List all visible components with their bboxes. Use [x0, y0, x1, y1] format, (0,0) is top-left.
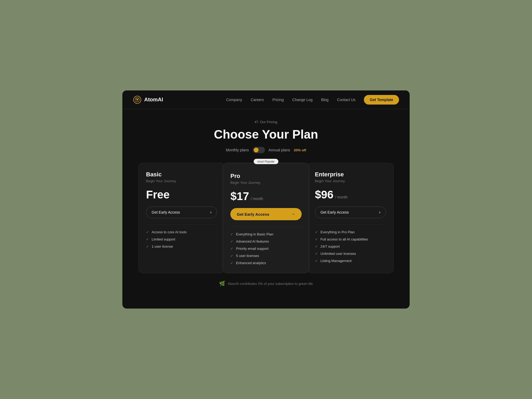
section-label-text: Our Pricing [260, 120, 277, 124]
billing-toggle-row: Monthly plans Annual plans 20% off [226, 147, 306, 153]
pro-feature-2: ✓ Advanced AI features [230, 239, 301, 243]
enterprise-plan-subtitle: Begin Your Journey [315, 179, 386, 183]
pro-feature-1: ✓ Everything in Basic Plan [230, 232, 301, 236]
nav-contact[interactable]: Contact Us [337, 98, 355, 102]
pricing-title: Choose Your Plan [214, 127, 318, 142]
pro-feature-4: ✓ 5 user licenses [230, 254, 301, 258]
check-icon: ✓ [315, 252, 318, 256]
check-icon: ✓ [315, 259, 318, 263]
check-icon: ✓ [146, 244, 149, 248]
pro-feature-3: ✓ Priority email support [230, 247, 301, 251]
check-icon: ✓ [146, 237, 149, 241]
logo-area: AtomAI [133, 95, 163, 104]
basic-plan-name: Basic [146, 171, 217, 178]
basic-feature-2: ✓ Limited support [146, 237, 217, 241]
pro-plan-name: Pro [230, 173, 301, 180]
app-window: AtomAI Company Careers Pricing Change Lo… [122, 90, 410, 309]
check-icon: ✓ [230, 247, 233, 251]
nav-blog[interactable]: Blog [321, 98, 329, 102]
check-icon: ✓ [315, 244, 318, 248]
footer-note: 🌿 AtomAI contributes 2% of your subscrip… [219, 281, 313, 286]
basic-price-amount: Free [146, 188, 170, 201]
get-template-button[interactable]: Get Template [364, 95, 399, 105]
check-icon: ✓ [230, 261, 233, 265]
nav-company[interactable]: Company [226, 98, 242, 102]
billing-toggle[interactable] [253, 147, 265, 153]
pricing-cards: Basic Begin Your Journey Free Get Early … [138, 163, 394, 273]
enterprise-feature-5: ✓ Listing Management [315, 259, 386, 263]
logo-text: AtomAI [144, 97, 163, 103]
enterprise-feature-2: ✓ Full access to all AI capabilities [315, 237, 386, 241]
basic-price: Free [146, 188, 217, 201]
pro-price: $17 / month [230, 190, 301, 203]
enterprise-cta-button[interactable]: Get Early Access › [315, 206, 386, 218]
pro-features: ✓ Everything in Basic Plan ✓ Advanced AI… [230, 232, 301, 265]
most-popular-badge: most Popular [254, 159, 279, 164]
check-icon: ✓ [230, 254, 233, 258]
pro-plan-subtitle: Begin Your Journey [230, 181, 301, 185]
pricing-label: 🏷 Our Pricing [255, 120, 277, 124]
monthly-label: Monthly plans [226, 148, 249, 152]
enterprise-features: ✓ Everything in Pro Plan ✓ Full access t… [315, 230, 386, 263]
basic-features: ✓ Access to core AI tools ✓ Limited supp… [146, 230, 217, 248]
basic-feature-1: ✓ Access to core AI tools [146, 230, 217, 234]
pro-divider [230, 227, 301, 227]
check-icon: ✓ [315, 237, 318, 241]
nav-changelog[interactable]: Change Log [292, 98, 313, 102]
check-icon: ✓ [230, 239, 233, 243]
pro-plan-card: most Popular Pro Begin Your Journey $17 … [223, 163, 309, 273]
basic-plan-subtitle: Begin Your Journey [146, 179, 217, 183]
pro-price-amount: $17 [230, 190, 249, 203]
basic-cta-button[interactable]: Get Early Access › [146, 206, 217, 218]
logo-icon [133, 95, 142, 104]
pro-feature-5: ✓ Enhanced analytics [230, 261, 301, 265]
basic-plan-card: Basic Begin Your Journey Free Get Early … [138, 163, 225, 273]
discount-badge: 20% off [294, 148, 306, 152]
basic-feature-3: ✓ 1 user license [146, 244, 217, 248]
nav-careers[interactable]: Careers [251, 98, 264, 102]
enterprise-feature-1: ✓ Everything in Pro Plan [315, 230, 386, 234]
check-icon: ✓ [146, 230, 149, 234]
tag-icon: 🏷 [255, 120, 258, 124]
basic-divider [146, 225, 217, 225]
navbar: AtomAI Company Careers Pricing Change Lo… [122, 90, 410, 109]
toggle-knob [254, 148, 259, 152]
enterprise-plan-card: Enterprise Begin Your Journey $96 / mont… [307, 163, 394, 273]
leaf-icon: 🌿 [219, 281, 225, 286]
pro-cta-arrow: → [291, 212, 295, 217]
pro-cta-button[interactable]: Get Early Access → [230, 208, 301, 220]
enterprise-divider [315, 225, 386, 225]
enterprise-cta-arrow: › [379, 210, 380, 215]
enterprise-price-period: / month [335, 195, 348, 199]
enterprise-plan-name: Enterprise [315, 171, 386, 178]
nav-links: Company Careers Pricing Change Log Blog … [226, 95, 399, 105]
enterprise-price: $96 / month [315, 188, 386, 201]
enterprise-feature-4: ✓ Unlimited user licenses [315, 252, 386, 256]
check-icon: ✓ [315, 230, 318, 234]
footer-note-text: AtomAI contributes 2% of your subscripti… [228, 282, 313, 286]
nav-pricing[interactable]: Pricing [272, 98, 284, 102]
basic-cta-arrow: › [210, 210, 211, 215]
check-icon: ✓ [230, 232, 233, 236]
annual-label: Annual plans [269, 148, 290, 152]
main-content: 🏷 Our Pricing Choose Your Plan Monthly p… [122, 109, 410, 309]
pro-price-period: / month [251, 197, 263, 201]
enterprise-price-amount: $96 [315, 188, 334, 201]
enterprise-feature-3: ✓ 24/7 support [315, 244, 386, 248]
